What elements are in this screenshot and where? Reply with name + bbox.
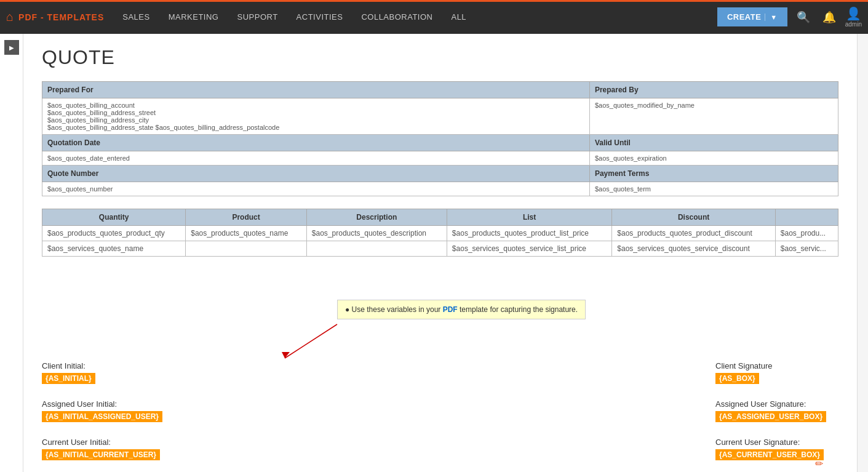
tooltip-text-before: Use these variables in your	[352, 305, 443, 314]
date-entered-cell: $aos_quotes_date_entered	[42, 151, 590, 166]
pdf-text: PDF	[443, 305, 458, 314]
row2-description	[306, 241, 447, 257]
side-toggle-panel: ▶	[0, 34, 23, 472]
row2-service-name: $aos_services_quotes_name	[42, 241, 186, 257]
signature-section: ● Use these variables in your PDF templa…	[42, 275, 838, 472]
payment-terms-header: Payment Terms	[589, 166, 838, 182]
assigned-signature-var: {AS_ASSIGNED_USER_BOX}	[715, 411, 826, 422]
quote-number-header: Quote Number	[42, 166, 590, 182]
bell-icon: 🔔	[822, 10, 836, 24]
modified-by-cell: $aos_quotes_modified_by_name	[589, 98, 838, 135]
current-initial-label: Current User Initial:	[42, 438, 165, 447]
nav-marketing[interactable]: MARKETING	[159, 0, 228, 34]
modified-by-name: $aos_quotes_modified_by_name	[595, 102, 695, 109]
layout: ▶ QUOTE Prepared For Prepared By $aos_qu…	[0, 34, 868, 472]
row1-qty: $aos_products_quotes_product_qty	[42, 226, 186, 241]
row1-extra: $aos_produ...	[775, 226, 838, 241]
right-panel	[857, 34, 868, 472]
products-row-1: $aos_products_quotes_product_qty $aos_pr…	[42, 226, 838, 241]
row2-product	[186, 241, 307, 257]
app-logo[interactable]: ⌂ PDF - TEMPLATES	[6, 10, 104, 24]
billing-account: $aos_quotes_billing_account	[47, 102, 135, 109]
billing-street: $aos_quotes_billing_address_street	[47, 109, 156, 116]
assigned-signature-group: Assigned User Signature: {AS_ASSIGNED_US…	[715, 399, 838, 422]
sig-row-3: Current User Initial: {AS_INITIAL_CURREN…	[42, 438, 838, 460]
current-signature-group: Current User Signature: {AS_CURRENT_USER…	[715, 438, 838, 460]
products-row-2: $aos_services_quotes_name $aos_services_…	[42, 241, 838, 257]
svg-line-0	[285, 324, 337, 358]
tooltip-container: ● Use these variables in your PDF templa…	[42, 287, 838, 349]
search-icon: 🔍	[797, 10, 810, 24]
product-header: Product	[186, 209, 307, 226]
create-button[interactable]: CREATE ▼	[717, 7, 787, 26]
app-title: PDF - TEMPLATES	[18, 12, 104, 22]
progress-bar	[0, 0, 868, 2]
assigned-initial-group: Assigned User Initial: {AS_INITIAL_ASSIG…	[42, 399, 165, 422]
prepared-for-header: Prepared For	[42, 82, 590, 98]
tooltip-text-after: template for capturing the signature.	[460, 305, 578, 314]
payment-terms-cell: $aos_quotes_term	[589, 182, 838, 196]
nav-support[interactable]: SUPPORT	[228, 0, 287, 34]
qty-header: Quantity	[42, 209, 186, 226]
client-initial-label: Client Initial:	[42, 361, 165, 370]
main-content: QUOTE Prepared For Prepared By $aos_quot…	[23, 34, 857, 472]
client-signature-group: Client Signature {AS_BOX}	[715, 361, 838, 384]
discount-header: Discount	[612, 209, 775, 226]
sig-row-1: Client Initial: {AS_INITIAL} Client Sign…	[42, 361, 838, 384]
quotation-date-header: Quotation Date	[42, 135, 590, 151]
nav-activities[interactable]: ACTIVITIES	[287, 0, 352, 34]
billing-address-cell: $aos_quotes_billing_account $aos_quotes_…	[42, 98, 590, 135]
description-header: Description	[306, 209, 447, 226]
client-initial-group: Client Initial: {AS_INITIAL}	[42, 361, 165, 384]
nav-items: SALES MARKETING SUPPORT ACTIVITIES COLLA…	[113, 0, 717, 34]
current-initial-group: Current User Initial: {AS_INITIAL_CURREN…	[42, 438, 165, 460]
billing-city: $aos_quotes_billing_address_city	[47, 116, 149, 124]
admin-label: admin	[845, 21, 862, 28]
nav-all[interactable]: ALL	[442, 0, 476, 34]
prepared-by-header: Prepared By	[589, 82, 838, 98]
client-signature-var: {AS_BOX}	[715, 373, 759, 384]
row1-list: $aos_products_quotes_product_list_price	[447, 226, 611, 241]
current-signature-label: Current User Signature:	[715, 438, 838, 447]
tooltip-bullet: ●	[345, 305, 352, 314]
notifications-button[interactable]: 🔔	[819, 7, 839, 27]
avatar-icon: 👤	[846, 6, 861, 21]
assigned-signature-label: Assigned User Signature:	[715, 399, 838, 409]
row2-list: $aos_services_quotes_service_list_price	[447, 241, 611, 257]
expiration-cell: $aos_quotes_expiration	[589, 151, 838, 166]
search-button[interactable]: 🔍	[794, 7, 813, 27]
signature-tooltip: ● Use these variables in your PDF templa…	[337, 300, 586, 319]
side-panel-toggle[interactable]: ▶	[4, 40, 19, 55]
assigned-initial-label: Assigned User Initial:	[42, 399, 165, 409]
row1-product: $aos_products_quotes_name	[186, 226, 307, 241]
row1-discount: $aos_products_quotes_product_discount	[612, 226, 775, 241]
client-initial-var: {AS_INITIAL}	[42, 373, 95, 384]
row1-description: $aos_products_quotes_description	[306, 226, 447, 241]
home-icon: ⌂	[6, 10, 14, 24]
assigned-initial-var: {AS_INITIAL_ASSIGNED_USER}	[42, 411, 162, 422]
sig-row-2: Assigned User Initial: {AS_INITIAL_ASSIG…	[42, 399, 838, 422]
navbar: ⌂ PDF - TEMPLATES SALES MARKETING SUPPOR…	[0, 0, 868, 34]
billing-state-zip: $aos_quotes_billing_address_state $aos_q…	[47, 124, 279, 131]
create-dropdown-arrow: ▼	[765, 14, 777, 21]
nav-sales[interactable]: SALES	[113, 0, 159, 34]
edit-pencil-icon[interactable]: ✏	[815, 458, 823, 470]
play-icon: ▶	[9, 44, 14, 51]
row2-extra: $aos_servic...	[775, 241, 838, 257]
tooltip-arrow	[279, 321, 346, 370]
row2-discount: $aos_services_quotes_service_discount	[612, 241, 775, 257]
create-label: CREATE	[727, 12, 761, 22]
nav-collaboration[interactable]: COLLABORATION	[352, 0, 442, 34]
extra-header	[775, 209, 838, 226]
valid-until-header: Valid Until	[589, 135, 838, 151]
page-title: QUOTE	[42, 46, 838, 69]
products-table: Quantity Product Description List Discou…	[42, 209, 838, 257]
list-header: List	[447, 209, 611, 226]
current-initial-var: {AS_INITIAL_CURRENT_USER}	[42, 449, 160, 460]
quote-number-cell: $aos_quotes_number	[42, 182, 590, 196]
current-signature-var: {AS_CURRENT_USER_BOX}	[715, 449, 824, 460]
navbar-right: CREATE ▼ 🔍 🔔 👤 admin	[717, 6, 862, 28]
info-table: Prepared For Prepared By $aos_quotes_bil…	[42, 81, 838, 196]
client-signature-label: Client Signature	[715, 361, 838, 370]
admin-button[interactable]: 👤 admin	[845, 6, 862, 28]
